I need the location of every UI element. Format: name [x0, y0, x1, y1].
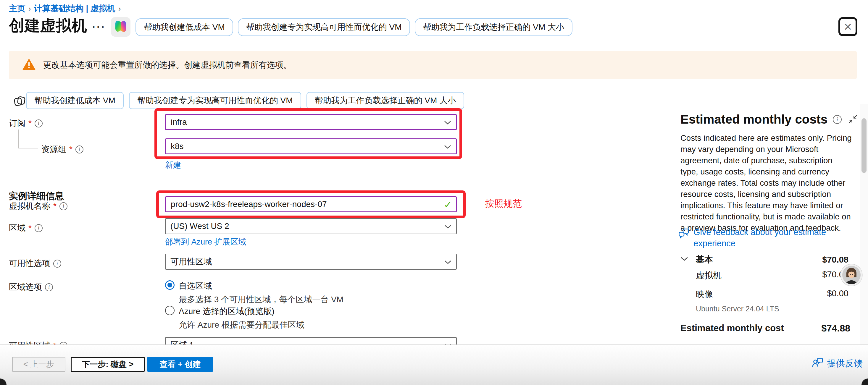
resource-group-dropdown[interactable]: k8s: [165, 138, 457, 154]
region-value: (US) West US 2: [170, 222, 229, 231]
breadcrumb-separator: ›: [26, 4, 34, 13]
suggest-right-vm-size-button[interactable]: 帮助我为工作负载选择正确的 VM 大小: [415, 18, 573, 36]
copilot-button[interactable]: [111, 17, 130, 37]
breadcrumb-virtual-machines[interactable]: 计算基础结构 | 虚拟机: [34, 3, 115, 14]
page-title: 创建虚拟机: [9, 15, 87, 36]
chevron-down-icon[interactable]: [680, 257, 688, 263]
cost-item-label: 虚拟机: [696, 270, 721, 282]
info-icon[interactable]: i: [35, 224, 42, 232]
resource-group-value: k8s: [171, 142, 184, 151]
create-new-resource-group-link[interactable]: 新建: [165, 160, 181, 170]
cost-item-row: 虚拟机 $70.08: [696, 270, 848, 282]
review-create-button[interactable]: 查看 + 创建: [147, 357, 213, 372]
cost-item-row: 映像 $0.00: [696, 289, 848, 300]
vm-name-label: 虚拟机名称 * i: [9, 200, 67, 212]
annotation-text: 按照规范: [485, 197, 522, 210]
close-button[interactable]: ×: [838, 17, 857, 36]
create-vm-page: 主页 › 计算基础结构 | 虚拟机 › 创建虚拟机 ···: [0, 0, 868, 385]
divider: [667, 341, 860, 341]
deploy-extended-zones-link[interactable]: 部署到 Azure 扩展区域: [165, 236, 246, 247]
field-connector-line: [18, 130, 38, 149]
chevron-down-icon: [444, 340, 452, 345]
suggest-low-cost-vm-button[interactable]: 帮助我创建低成本 VM: [135, 18, 233, 36]
subscription-value: infra: [171, 118, 187, 127]
cost-group-row[interactable]: 基本 $70.08: [680, 254, 848, 265]
zone-option-self-select[interactable]: 自选区域 最多选择 3 个可用性区域，每个区域一台 VM: [165, 280, 343, 305]
suggest-low-cost-vm-button-2[interactable]: 帮助我创建低成本 VM: [26, 92, 124, 109]
cost-panel-header: Estimated monthly costs i: [680, 113, 842, 127]
info-icon[interactable]: i: [59, 342, 67, 345]
required-asterisk: *: [28, 119, 32, 128]
inline-copilot-suggestions: 帮助我创建低成本 VM 帮助我创建专为实现高可用性而优化的 VM 帮助我为工作负…: [26, 92, 464, 109]
divider: [667, 317, 860, 317]
breadcrumb-home[interactable]: 主页: [9, 3, 26, 14]
more-options-button[interactable]: ···: [92, 21, 106, 33]
cost-item-amount: $0.00: [827, 289, 848, 300]
warning-banner: 更改基本选项可能会重置所做的选择。创建虚拟机前查看所有选项。: [9, 51, 857, 79]
assistant-avatar[interactable]: [840, 264, 863, 286]
info-icon[interactable]: i: [833, 115, 842, 124]
radio-unselected-icon[interactable]: [165, 306, 175, 315]
subscription-label: 订阅 * i: [9, 118, 42, 129]
warning-text: 更改基本选项可能会重置所做的选择。创建虚拟机前查看所有选项。: [43, 59, 292, 71]
close-icon: ×: [844, 20, 852, 33]
give-feedback-button[interactable]: 提供反馈: [812, 357, 863, 370]
cost-group-amount: $70.08: [822, 255, 848, 265]
valid-check-icon: ✓: [444, 199, 452, 211]
scrollbar-thumb[interactable]: [862, 118, 867, 173]
breadcrumb-separator: ›: [115, 4, 124, 13]
zone-options-label: 区域选项 i: [9, 282, 53, 293]
resource-group-label: 资源组 * i: [41, 144, 84, 155]
suggest-high-availability-vm-button[interactable]: 帮助我创建专为实现高可用性而优化的 VM: [238, 18, 410, 36]
suggest-right-vm-size-button-2[interactable]: 帮助我为工作负载选择正确的 VM 大小: [307, 92, 464, 109]
header-copilot-suggestions: 帮助我创建低成本 VM 帮助我创建专为实现高可用性而优化的 VM 帮助我为工作负…: [135, 18, 572, 36]
chevron-down-icon: [444, 142, 451, 151]
cost-panel-description: Costs indicated here are estimates only.…: [680, 132, 852, 234]
previous-button[interactable]: < 上一步: [12, 357, 65, 372]
availability-options-label: 可用性选项 i: [9, 258, 61, 269]
zone-option-label: Azure 选择的区域(预览版): [179, 306, 304, 317]
person-feedback-icon: [812, 357, 824, 370]
wizard-footer: < 上一步 下一步: 磁盘 > 查看 + 创建 提供反馈: [0, 345, 868, 385]
cost-item-sublabel: Ubuntu Server 24.04 LTS: [696, 304, 779, 313]
cost-panel-title: Estimated monthly costs: [680, 113, 828, 127]
region-label: 区域 * i: [9, 222, 42, 234]
availability-zone-dropdown[interactable]: 区域 1: [165, 337, 457, 345]
info-icon[interactable]: i: [35, 120, 42, 127]
cost-group-label: 基本: [696, 254, 713, 265]
feedback-bubbles-icon: [679, 228, 689, 242]
estimate-feedback-link[interactable]: Give feedback about your estimate experi…: [679, 226, 853, 249]
required-asterisk: *: [28, 223, 32, 233]
next-disks-button[interactable]: 下一步: 磁盘 >: [71, 357, 145, 372]
chevron-down-icon: [444, 222, 452, 231]
required-asterisk: *: [69, 145, 72, 154]
warning-icon: [23, 59, 35, 71]
zone-option-label: 自选区域: [179, 280, 343, 292]
suggest-high-availability-vm-button-2[interactable]: 帮助我创建专为实现高可用性而优化的 VM: [129, 92, 301, 109]
zone-option-azure-select[interactable]: Azure 选择的区域(预览版) 允许 Azure 根据需要分配最佳区域: [165, 306, 304, 330]
vm-name-input[interactable]: [165, 196, 457, 212]
region-dropdown[interactable]: (US) West US 2: [165, 218, 457, 234]
info-icon[interactable]: i: [75, 146, 84, 154]
give-feedback-label: 提供反馈: [827, 357, 863, 370]
info-icon[interactable]: i: [45, 283, 53, 291]
breadcrumb: 主页 › 计算基础结构 | 虚拟机 ›: [9, 3, 124, 14]
collapse-icon[interactable]: [848, 114, 858, 125]
copilot-icon: [114, 19, 128, 35]
availability-zone-value: 区域 1: [170, 340, 194, 345]
chevron-down-icon: [444, 118, 451, 127]
info-icon[interactable]: i: [53, 260, 61, 267]
copilot-outline-icon: [12, 93, 27, 110]
chevron-down-icon: [444, 257, 452, 266]
page-content: 主页 › 计算基础结构 | 虚拟机 › 创建虚拟机 ···: [0, 0, 868, 345]
availability-options-dropdown[interactable]: 可用性区域: [165, 254, 457, 270]
info-icon[interactable]: i: [59, 202, 67, 210]
zone-option-description: 最多选择 3 个可用性区域，每个区域一台 VM: [179, 294, 343, 305]
subscription-dropdown[interactable]: infra: [165, 114, 457, 130]
required-asterisk: *: [53, 201, 57, 211]
cost-total-row: Estimated monthly cost $74.88: [680, 323, 850, 334]
zone-option-description: 允许 Azure 根据需要分配最佳区域: [179, 319, 304, 330]
radio-selected-icon[interactable]: [165, 280, 175, 290]
availability-options-value: 可用性区域: [170, 256, 212, 267]
availability-zone-label: 可用性区域 * i: [9, 340, 67, 345]
